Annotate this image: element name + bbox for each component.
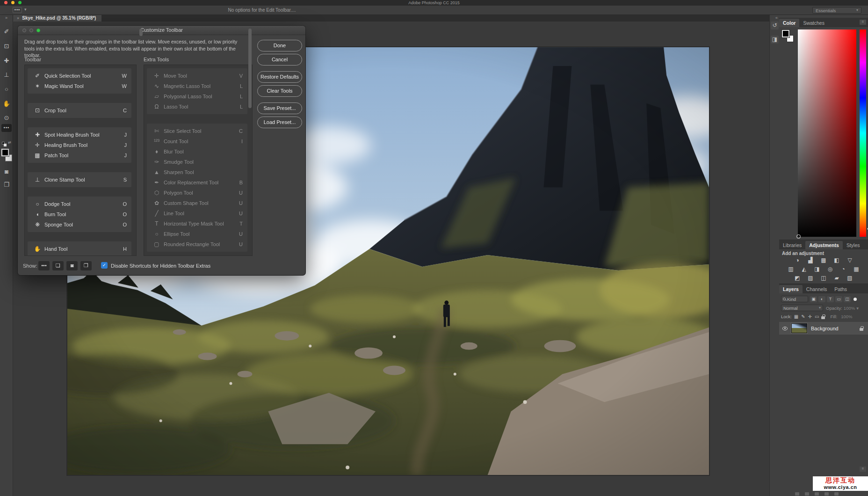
tool-row-crop-tool[interactable]: ⊡Crop ToolC — [28, 105, 131, 116]
tool-row-polygon-tool[interactable]: ⬡Polygon ToolU — [147, 188, 247, 198]
opacity-value[interactable]: 100% — [844, 306, 855, 311]
tab-channels[interactable]: Channels — [803, 285, 831, 293]
lock-transparency-icon[interactable]: ▦ — [794, 314, 798, 319]
tool-preset-caret-icon[interactable]: ▾ — [24, 7, 27, 12]
layer-filtering-toggle[interactable] — [854, 298, 857, 301]
dodge-tool-icon[interactable]: ○ — [0, 86, 13, 93]
tool-row-lasso-tool[interactable]: ΩLasso ToolL — [147, 102, 247, 112]
show-quick-mask-button[interactable]: ◙ — [66, 261, 78, 270]
tab-styles[interactable]: Styles — [843, 241, 864, 249]
posterize-icon[interactable]: ▨ — [806, 275, 815, 281]
tool-row-hand-tool[interactable]: ✋Hand ToolH — [28, 244, 131, 254]
tool-row-color-replacement-tool[interactable]: ✒Color Replacement ToolB — [147, 177, 247, 188]
filter-type-layers-icon[interactable]: T — [827, 296, 834, 302]
foreground-color-swatch-panel[interactable] — [782, 30, 789, 37]
document-tab[interactable]: ×Skye_Hike.psd @ 35.1% (RGB/8*) — [13, 15, 101, 22]
filter-adjustment-layers-icon[interactable]: ◐ — [818, 296, 825, 302]
layer-visibility-eye-icon[interactable] — [782, 327, 788, 330]
done-button[interactable]: Done — [257, 40, 302, 51]
saturation-brightness-field[interactable] — [798, 29, 856, 237]
tool-row-blur-tool[interactable]: ♦Blur Tool — [147, 146, 247, 157]
color-balance-icon[interactable]: ◭ — [800, 266, 808, 272]
layer-row-background[interactable]: Background — [779, 322, 868, 335]
tool-row-sharpen-tool[interactable]: ▲Sharpen Tool — [147, 167, 247, 177]
close-tab-icon[interactable]: × — [17, 16, 19, 21]
lock-all-icon[interactable] — [821, 316, 825, 319]
fill-value[interactable]: 100% — [841, 314, 852, 319]
tools-panel-expand-icon[interactable]: » — [0, 15, 13, 22]
tab-swatches[interactable]: Swatches — [799, 19, 828, 27]
toolbar-tool-list[interactable]: ✐Quick Selection ToolW✶Magic Wand ToolW⊡… — [24, 65, 137, 256]
extra-list-scrollbar[interactable] — [248, 29, 252, 108]
tool-row-line-tool[interactable]: ╱Line ToolU — [147, 208, 247, 219]
lock-paint-icon[interactable]: ✎ — [801, 314, 805, 319]
levels-icon[interactable]: ▟ — [806, 257, 815, 263]
show-edit-toolbar-button[interactable]: ••• — [38, 261, 50, 270]
clone-stamp-tool-icon[interactable]: ⊥ — [0, 71, 13, 78]
filter-pixel-layers-icon[interactable]: ▣ — [810, 296, 817, 302]
tab-libraries[interactable]: Libraries — [779, 241, 805, 249]
tool-row-quick-selection-tool[interactable]: ✐Quick Selection ToolW — [28, 71, 131, 81]
tool-row-burn-tool[interactable]: ◖Burn ToolO — [28, 209, 131, 219]
color-swatches[interactable] — [1, 149, 13, 164]
tool-row-healing-brush-tool[interactable]: ✛Healing Brush ToolJ — [28, 140, 131, 150]
lock-position-icon[interactable]: ✛ — [808, 314, 812, 319]
tab-paths[interactable]: Paths — [831, 285, 851, 293]
color-panel-menu-icon[interactable]: ≡ — [860, 20, 866, 25]
extra-tools-list[interactable]: ✛Move ToolV∿Magnetic Lasso ToolL▱Polygon… — [144, 65, 253, 256]
cancel-button[interactable]: Cancel — [257, 54, 302, 66]
vibrance-icon[interactable]: ▽ — [846, 257, 854, 263]
filter-kind-dropdown[interactable]: Kind — [781, 296, 808, 302]
tab-adjustments[interactable]: Adjustments — [805, 241, 843, 249]
selective-color-icon[interactable]: ▧ — [846, 275, 854, 281]
tool-row-horizontal-type-mask-tool[interactable]: THorizontal Type Mask ToolT — [147, 219, 247, 229]
screen-mode-icon[interactable]: ❐ — [0, 181, 13, 188]
hue-saturation-icon[interactable]: ▥ — [787, 266, 795, 272]
tool-row-custom-shape-tool[interactable]: ✿Custom Shape ToolU — [147, 198, 247, 208]
brightness-contrast-icon[interactable]: ◑ — [793, 257, 802, 263]
invert-icon[interactable]: ◩ — [793, 275, 802, 281]
tab-color[interactable]: Color — [779, 19, 799, 27]
show-screen-mode-button[interactable]: ❐ — [80, 261, 92, 270]
photo-filter-icon[interactable]: ◎ — [826, 266, 834, 272]
workspace-switcher[interactable]: Essentials▾ — [812, 7, 861, 14]
crop-tool-icon[interactable]: ⊡ — [0, 43, 13, 50]
current-tool-icon[interactable]: ••• — [13, 7, 22, 13]
tool-row-dodge-tool[interactable]: ○Dodge ToolO — [28, 199, 131, 209]
swap-colors-icon[interactable]: ⇄ — [2, 141, 11, 146]
filter-shape-layers-icon[interactable]: ▭ — [835, 296, 842, 302]
tool-row-polygonal-lasso-tool[interactable]: ▱Polygonal Lasso ToolL — [147, 91, 247, 102]
lock-artboard-icon[interactable]: ▭ — [815, 314, 819, 319]
hand-tool-icon[interactable]: ✋ — [0, 100, 13, 107]
tool-row-clone-stamp-tool[interactable]: ⊥Clone Stamp ToolS — [28, 175, 131, 185]
black-white-icon[interactable]: ◨ — [813, 266, 821, 272]
tool-row-patch-tool[interactable]: ▩Patch ToolJ — [28, 150, 131, 160]
quick-selection-tool-icon[interactable]: ✐ — [0, 28, 13, 35]
restore-defaults-button[interactable]: Restore Defaults — [257, 71, 302, 83]
tab-layers[interactable]: Layers — [779, 285, 803, 293]
curves-icon[interactable]: ▩ — [819, 257, 828, 263]
zoom-tool-icon[interactable]: ⊙ — [0, 114, 13, 121]
opacity-caret-icon[interactable]: ▾ — [856, 306, 859, 311]
collapse-panels-icon[interactable]: « — [775, 15, 778, 20]
tool-row-magnetic-lasso-tool[interactable]: ∿Magnetic Lasso ToolL — [147, 81, 247, 91]
properties-panel-icon[interactable]: ◨ — [771, 36, 779, 44]
channel-mixer-icon[interactable]: ◔ — [839, 266, 847, 272]
blend-mode-dropdown[interactable]: Normal▾ — [781, 305, 823, 311]
hue-slider[interactable] — [860, 29, 866, 237]
edit-toolbar-button[interactable]: ••• — [1, 124, 12, 132]
tool-row-slice-select-tool[interactable]: ✄Slice Select ToolC — [147, 126, 247, 136]
layer-thumbnail[interactable] — [791, 323, 807, 333]
clear-tools-button[interactable]: Clear Tools — [257, 85, 302, 97]
tool-row-move-tool[interactable]: ✛Move ToolV — [147, 71, 247, 81]
load-preset-button[interactable]: Load Preset... — [257, 117, 302, 128]
tool-row-sponge-tool[interactable]: ❋Sponge ToolO — [28, 219, 131, 230]
tool-row-ellipse-tool[interactable]: ○Ellipse ToolU — [147, 229, 247, 239]
gradient-map-icon[interactable]: ▰ — [832, 275, 841, 281]
exposure-icon[interactable]: ◧ — [832, 257, 841, 263]
disable-shortcuts-checkbox[interactable]: ✓ — [101, 262, 108, 269]
tool-row-count-tool[interactable]: ¹²³Count ToolI — [147, 136, 247, 146]
hue-slider-marker[interactable] — [865, 226, 868, 231]
quick-mask-mode-icon[interactable]: ◙ — [0, 168, 13, 175]
tool-row-rounded-rectangle-tool[interactable]: ▢Rounded Rectangle ToolU — [147, 239, 247, 249]
